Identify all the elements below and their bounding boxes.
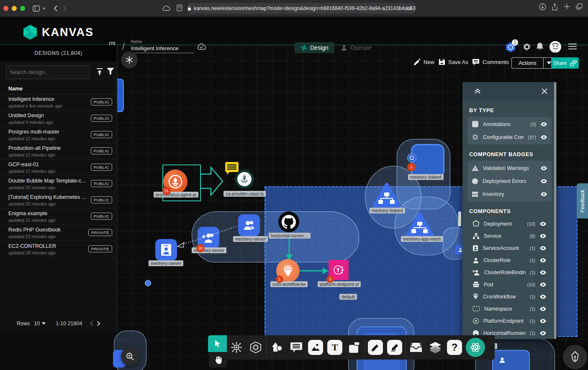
by-type-row-configurable[interactable]: Configurable Compon(37) [467, 131, 552, 144]
sticky-note-tool-button[interactable] [344, 335, 364, 360]
comments-button[interactable]: Comments [472, 59, 509, 65]
badge-row-validation-warnings[interactable]: Validation Warnings [467, 162, 552, 175]
selection-handle[interactable] [145, 280, 151, 286]
visibility-eye-icon[interactable] [540, 135, 547, 140]
badge-row-inventory[interactable]: Inventory [467, 188, 552, 200]
rows-per-page-select[interactable]: 10 [34, 321, 46, 326]
by-type-row-annotations[interactable]: Annotations(2) [467, 118, 552, 131]
collapse-panel-icon[interactable] [474, 88, 481, 94]
visibility-eye-icon[interactable] [539, 294, 547, 299]
layers-tool-button[interactable] [426, 335, 445, 360]
share-button[interactable]: Share [551, 57, 579, 69]
next-page-button[interactable] [97, 321, 100, 326]
consul-node[interactable] [492, 350, 530, 370]
reader-icon[interactable] [177, 5, 182, 11]
components-tool-button[interactable] [227, 335, 246, 360]
visibility-eye-icon[interactable] [539, 258, 547, 263]
address-bar[interactable]: kanvas.new/extension/meshmap?mode=design… [187, 3, 416, 14]
component-row-platformendpoint[interactable]: PlatformEndpoint(1) [467, 315, 552, 327]
flowchart-arrow-shape[interactable] [200, 166, 224, 197]
visibility-eye-icon[interactable] [539, 270, 547, 275]
prev-page-button[interactable] [90, 321, 93, 326]
design-list-item[interactable]: GCP-east-01updated 11 minutes agoPUBLIC [0, 160, 117, 176]
chevron-down-icon[interactable] [42, 7, 46, 10]
design-search-box[interactable] [6, 65, 90, 79]
freeze-layout-button[interactable] [121, 51, 138, 68]
select-tool-button[interactable] [208, 335, 227, 352]
kubernetes-tool-button[interactable] [246, 335, 265, 360]
image-tool-button[interactable] [306, 335, 325, 360]
component-row-namespace[interactable]: Namespace(1) [467, 303, 552, 315]
drawer-tool-button[interactable] [406, 335, 426, 360]
visibility-eye-icon[interactable] [539, 234, 547, 239]
reload-icon[interactable] [407, 5, 412, 10]
new-tab-icon[interactable] [564, 3, 570, 10]
visibility-eye-icon[interactable] [540, 166, 547, 171]
design-list-item[interactable]: EC2-CONTROLLERupdated 28 minutes agoPRIV… [0, 242, 117, 257]
design-list-item[interactable]: Redis PHP Guestbookupdated 23 minutes ag… [0, 225, 117, 241]
tab-overview-icon[interactable] [576, 3, 583, 10]
kanvas-logo[interactable]: KANVAS [23, 24, 94, 40]
visibility-eye-icon[interactable] [540, 122, 547, 127]
close-window-button[interactable] [3, 6, 8, 11]
meshery-app-mesh-node[interactable] [406, 212, 434, 237]
shapes-tool-button[interactable] [267, 335, 287, 360]
kubernetes-context-icon[interactable]: 1 [505, 42, 516, 53]
visibility-eye-icon[interactable] [540, 179, 547, 184]
design-list-item[interactable]: [Tutorial] Exploring Kubernetes Podupdat… [0, 193, 117, 208]
selection-edge-handle[interactable] [458, 211, 461, 226]
search-input[interactable] [6, 69, 87, 75]
cloud-icon[interactable] [162, 5, 170, 11]
design-list-item[interactable]: Double Bubble Map Template-copyupdated 2… [0, 176, 117, 192]
tab-design[interactable]: Design [295, 42, 334, 53]
meshery-server-node[interactable] [238, 214, 260, 236]
ca-provider-node[interactable] [235, 170, 254, 189]
actions-button[interactable]: Actions [511, 57, 543, 69]
notifications-bell-icon[interactable] [536, 42, 544, 51]
component-row-clusterrolebinding[interactable]: ClusterRoleBinding(1) [467, 266, 552, 278]
zoom-button[interactable] [121, 347, 139, 366]
visibility-eye-icon[interactable] [540, 192, 547, 197]
design-name-input[interactable] [131, 44, 194, 53]
text-tool-button[interactable]: T [325, 335, 344, 360]
visibility-eye-icon[interactable] [539, 246, 547, 251]
meshery-linkerd-service-node[interactable] [372, 182, 401, 208]
panel-scrollbar[interactable] [554, 82, 556, 339]
tab-operate[interactable]: Operate [335, 42, 377, 53]
save-as-button[interactable]: Save As [439, 59, 468, 65]
user-avatar[interactable] [549, 41, 562, 53]
component-row-clusterrole[interactable]: ClusterRole(1) [467, 254, 552, 266]
meshery-linkerd-node[interactable] [411, 144, 444, 177]
design-list-item[interactable]: Enigma exampleupdated 21 minutes agoPUBL… [0, 209, 117, 225]
close-icon[interactable] [542, 88, 547, 94]
visibility-eye-icon[interactable] [539, 331, 547, 336]
forward-button[interactable] [63, 5, 67, 11]
component-row-pod[interactable]: Pod(10) [467, 278, 552, 290]
badge-row-deployment-errors[interactable]: Deployment Errors [467, 175, 552, 188]
meshery-server-node[interactable] [155, 239, 177, 261]
component-row-deployment[interactable]: Deployment(10) [467, 218, 552, 230]
visibility-eye-icon[interactable] [539, 319, 547, 324]
design-list-item[interactable]: Postgres multi-masterupdated 11 minutes … [0, 127, 117, 143]
downloads-icon[interactable] [539, 3, 546, 10]
meshery-tool-button[interactable] [464, 335, 487, 360]
minimize-window-button[interactable] [12, 6, 17, 11]
filter-button[interactable] [106, 67, 115, 75]
sidebar-toggle-icon[interactable] [33, 5, 40, 12]
pen-tool-button[interactable] [366, 335, 385, 360]
zoom-window-button[interactable] [20, 6, 25, 11]
feedback-tab[interactable]: Feedback [577, 183, 588, 218]
new-button[interactable]: New [413, 59, 434, 66]
visibility-eye-icon[interactable] [539, 282, 547, 287]
github-runner-node[interactable] [278, 211, 299, 232]
marker-tool-button[interactable] [385, 335, 404, 360]
visibility-eye-icon[interactable] [539, 306, 547, 311]
share-icon[interactable] [552, 3, 558, 11]
help-tool-button[interactable]: ? [445, 335, 464, 360]
pan-tool-button[interactable] [209, 352, 227, 367]
settings-gear-icon[interactable] [523, 43, 531, 51]
import-design-button[interactable] [95, 67, 104, 76]
hamburger-menu-icon[interactable] [568, 44, 577, 49]
component-row-service[interactable]: Service(8) [467, 230, 552, 242]
back-button[interactable] [54, 5, 57, 11]
